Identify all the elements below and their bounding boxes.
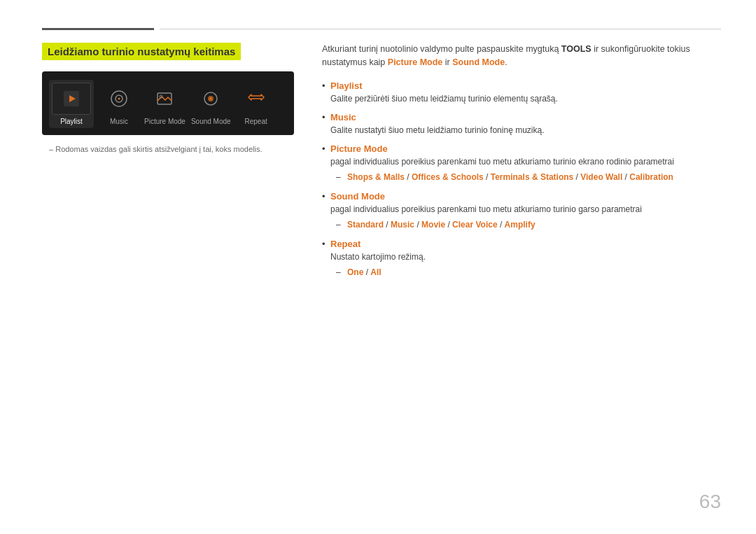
amplify-link: Amplify bbox=[505, 220, 536, 230]
repeat-label: Repeat bbox=[245, 118, 267, 125]
player-box: Playlist Music bbox=[42, 71, 294, 135]
right-column: Atkuriant turinį nuotolinio valdymo pult… bbox=[322, 43, 721, 286]
repeat-sub-list: One / All bbox=[330, 266, 721, 279]
note-text: Rodomas vaizdas gali skirtis atsižvelgia… bbox=[42, 145, 294, 153]
terminals-stations-link: Terminals & Stations bbox=[491, 172, 573, 182]
sep2: / bbox=[486, 172, 491, 182]
sep8: / bbox=[500, 220, 505, 230]
bullet-picture-mode: Picture Mode pagal individualius poreiki… bbox=[322, 143, 721, 184]
music-label: Music bbox=[110, 118, 128, 125]
clear-voice-link: Clear Voice bbox=[452, 220, 497, 230]
main-content: Leidžiamo turinio nustatymų keitimas Pla… bbox=[42, 43, 721, 286]
sound-mode-sub-list: Standard / Music / Movie / Clear Voice /… bbox=[330, 218, 721, 232]
bullet-title-repeat: Repeat bbox=[330, 239, 360, 249]
page-number: 63 bbox=[699, 491, 721, 513]
rule-light bbox=[160, 29, 721, 29]
rule-dark bbox=[42, 28, 154, 30]
repeat-sub-item: One / All bbox=[336, 266, 721, 279]
intro-text-part4: . bbox=[505, 57, 507, 67]
top-rules bbox=[42, 28, 721, 30]
picture-mode-sub-item: Shops & Malls / Offices & Schools / Term… bbox=[336, 171, 721, 184]
movie-link: Movie bbox=[421, 220, 445, 230]
svg-point-4 bbox=[118, 98, 120, 100]
bullet-title-picture-mode: Picture Mode bbox=[330, 143, 388, 154]
bullet-desc-playlist: Galite peržiūrėti šiuo metu leidžiamų tu… bbox=[330, 92, 721, 105]
playlist-icon bbox=[52, 83, 91, 115]
sound-mode-sub-item: Standard / Music / Movie / Clear Voice /… bbox=[336, 218, 721, 232]
player-item-repeat[interactable]: Repeat bbox=[237, 83, 276, 125]
section-title: Leidžiamo turinio nustatymų keitimas bbox=[42, 43, 241, 60]
bullet-desc-repeat: Nustato kartojimo režimą. bbox=[330, 251, 721, 263]
left-column: Leidžiamo turinio nustatymų keitimas Pla… bbox=[42, 43, 294, 153]
player-item-playlist[interactable]: Playlist bbox=[49, 80, 94, 128]
calibration-link: Calibration bbox=[629, 172, 673, 182]
bullet-repeat: Repeat Nustato kartojimo režimą. One / A… bbox=[322, 239, 721, 279]
shops-malls-link: Shops & Malls bbox=[347, 172, 405, 182]
sound-mode-intro-label: Sound Mode bbox=[452, 57, 505, 67]
playlist-label: Playlist bbox=[60, 118, 83, 125]
bullet-sound-mode: Sound Mode pagal individualius poreikius… bbox=[322, 191, 721, 232]
bullet-title-sound-mode: Sound Mode bbox=[330, 191, 385, 202]
music-link: Music bbox=[391, 220, 414, 230]
sound-mode-icon bbox=[191, 83, 230, 115]
bullet-list: Playlist Galite peržiūrėti šiuo metu lei… bbox=[322, 80, 721, 280]
intro-text: Atkuriant turinį nuotolinio valdymo pult… bbox=[322, 43, 721, 69]
picture-mode-label: Picture Mode bbox=[144, 118, 186, 125]
bullet-desc-picture-mode: pagal individualius poreikius parenkami … bbox=[330, 155, 721, 168]
bullet-music: Music Galite nustatyti šiuo metu leidžia… bbox=[322, 112, 721, 136]
all-link: All bbox=[370, 267, 381, 277]
player-item-music[interactable]: Music bbox=[99, 83, 139, 125]
page-container: Leidžiamo turinio nustatymų keitimas Pla… bbox=[0, 0, 756, 534]
svg-point-9 bbox=[210, 98, 212, 100]
bullet-title-music: Music bbox=[330, 112, 356, 122]
intro-text-part1: Atkuriant turinį nuotolinio valdymo pult… bbox=[322, 44, 561, 54]
picture-mode-icon bbox=[145, 83, 184, 115]
picture-mode-sub-list: Shops & Malls / Offices & Schools / Term… bbox=[330, 171, 721, 184]
standard-link: Standard bbox=[347, 220, 384, 230]
music-icon bbox=[99, 83, 139, 115]
bullet-desc-music: Galite nustatyti šiuo metu leidžiamo tur… bbox=[330, 124, 721, 136]
player-item-sound-mode[interactable]: Sound Mode bbox=[191, 83, 231, 125]
sound-mode-label: Sound Mode bbox=[191, 118, 231, 125]
picture-mode-intro-label: Picture Mode bbox=[388, 57, 443, 67]
offices-schools-link: Offices & Schools bbox=[412, 172, 484, 182]
one-link: One bbox=[347, 267, 363, 277]
intro-text-part3: ir bbox=[442, 57, 452, 67]
tools-label: TOOLS bbox=[561, 44, 592, 54]
repeat-icon bbox=[237, 83, 276, 115]
bullet-desc-sound-mode: pagal individualius poreikius parenkami … bbox=[330, 203, 721, 216]
player-item-picture-mode[interactable]: Picture Mode bbox=[144, 83, 186, 125]
video-wall-link: Video Wall bbox=[580, 172, 622, 182]
bullet-title-playlist: Playlist bbox=[330, 80, 363, 91]
bullet-playlist: Playlist Galite peržiūrėti šiuo metu lei… bbox=[322, 80, 721, 105]
